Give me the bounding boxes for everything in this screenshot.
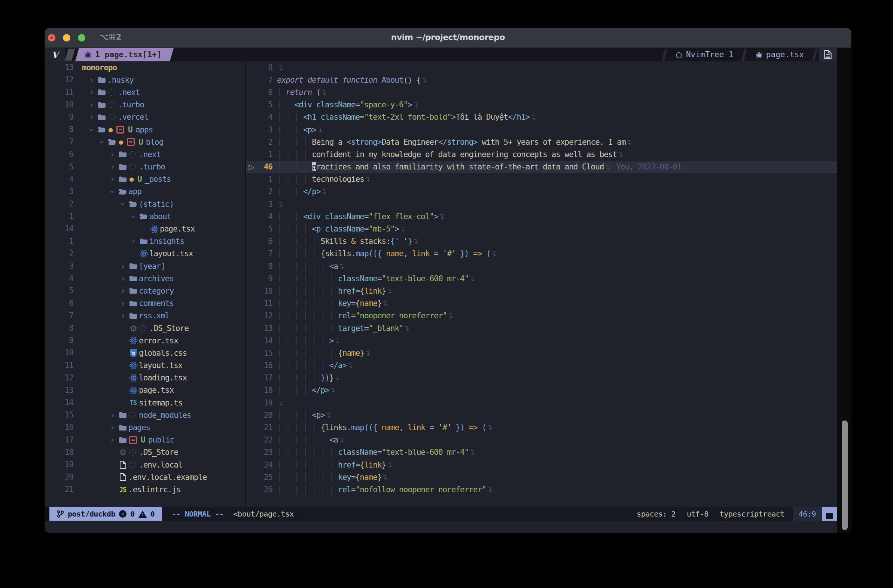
indent-guide: │ bbox=[277, 175, 286, 184]
tree-item[interactable]: 9error.tsx bbox=[45, 334, 245, 347]
tree-item-label: comments bbox=[139, 299, 174, 308]
code-line[interactable]: 21│ │ │ │ │ {links.map(({ name, link = '… bbox=[246, 421, 837, 434]
indent-guide: │ bbox=[303, 138, 312, 147]
line-number: 3 bbox=[256, 125, 272, 134]
indent-guide: │ bbox=[312, 311, 320, 320]
code-line[interactable]: 4│ │ │ <div className="flex flex-col">↴ bbox=[246, 210, 837, 222]
code-line[interactable]: 3│ │ │ <p>↴ bbox=[246, 123, 837, 136]
tree-item[interactable]: 12loading.tsx bbox=[45, 372, 245, 384]
tree-item[interactable]: 2layout.tsx bbox=[45, 248, 245, 260]
code-line[interactable]: 19↴ bbox=[246, 396, 837, 409]
indent-guide: │ bbox=[295, 460, 303, 470]
tree-item[interactable]: 14page.tsx bbox=[45, 222, 245, 235]
tree-item[interactable]: 13page.tsx bbox=[45, 384, 245, 396]
chevron-right-icon: › bbox=[86, 87, 96, 98]
code-line[interactable]: 5│ │ <div className="space-y-6">↴ bbox=[246, 99, 837, 111]
buffer-tab[interactable]: ◉ 1 page.tsx[1+] bbox=[75, 48, 174, 62]
tree-item[interactable]: 12›.husky bbox=[45, 74, 245, 86]
code-token: Being a bbox=[312, 138, 347, 147]
code-line[interactable]: 5│ │ │ │ <p className="mb-5">↴ bbox=[246, 222, 837, 235]
code-token: <strong> bbox=[347, 138, 381, 147]
tree-item[interactable]: 6›comments bbox=[45, 297, 245, 310]
tree-item[interactable]: 3›[year] bbox=[45, 260, 245, 272]
code-line[interactable]: 8│ │ │ │ │ │ <a↴ bbox=[246, 260, 837, 272]
code-line[interactable]: ▷46│ │ │ │ practices and also familiarit… bbox=[246, 161, 837, 173]
tree-item[interactable]: 21JS.eslintrc.js bbox=[45, 483, 245, 496]
code-line[interactable]: 22│ │ │ │ │ │ <a↴ bbox=[246, 434, 837, 446]
code-token: { bbox=[320, 423, 325, 432]
tree-item[interactable]: 1›insights bbox=[45, 235, 245, 248]
tree-item[interactable]: 19.env.local bbox=[45, 459, 245, 471]
indent-guide: │ bbox=[277, 88, 286, 97]
git-ignored-icon bbox=[129, 151, 136, 158]
code-line[interactable]: 9│ │ │ │ │ │ │ className="text-blue-600 … bbox=[246, 272, 837, 285]
tree-item[interactable]: 13monorepo bbox=[45, 62, 245, 74]
tree-item-label: about bbox=[149, 212, 171, 221]
tree-item[interactable]: 17›Upublic bbox=[45, 434, 245, 446]
tree-item[interactable]: 9›.vercel bbox=[45, 111, 245, 123]
code-token: "text-blue-600 mr-4" bbox=[382, 448, 469, 457]
code-line[interactable]: 7export default function About() {↴ bbox=[246, 74, 837, 86]
code-line[interactable]: 25│ │ │ │ │ │ │ key={name}↴ bbox=[246, 471, 837, 483]
code-line[interactable]: 18│ │ │ │ </p>↴ bbox=[246, 384, 837, 396]
code-line[interactable]: 7│ │ │ │ │ {skills.map(({ name, link = '… bbox=[246, 248, 837, 260]
tree-item[interactable]: 2›(static) bbox=[45, 198, 245, 210]
code-line[interactable]: 4│ │ │ <h1 className="text-2xl font-bold… bbox=[246, 111, 837, 123]
tree-item[interactable]: 10globals.css bbox=[45, 347, 245, 359]
code-line[interactable]: 1│ │ │ │ technologies↴ bbox=[246, 173, 837, 186]
tab-nvimtree[interactable]: ○ NvimTree_1 bbox=[669, 48, 741, 62]
tree-item[interactable]: 16›pages bbox=[45, 421, 245, 434]
tree-item[interactable]: 5›category bbox=[45, 285, 245, 297]
code-line[interactable]: 13│ │ │ │ │ │ │ target="_blank"↴ bbox=[246, 322, 837, 334]
tree-item[interactable]: 5›.turbo bbox=[45, 161, 245, 173]
code-line[interactable]: 20│ │ │ │ <p>↴ bbox=[246, 409, 837, 421]
eol-marker-icon: ↴ bbox=[364, 175, 371, 184]
code-line[interactable]: 23│ │ │ │ │ │ │ className="text-blue-600… bbox=[246, 446, 837, 459]
eol-marker-icon: ↴ bbox=[316, 125, 323, 134]
code-line[interactable]: 6│ │ │ │ │ Skills & stacks:{' '}↴ bbox=[246, 235, 837, 248]
tree-item[interactable]: 6›.next bbox=[45, 148, 245, 160]
tree-item[interactable]: 7›rss.xml bbox=[45, 310, 245, 322]
code-line[interactable]: 8↴ bbox=[246, 62, 837, 74]
code-line[interactable]: 14│ │ │ │ │ │ >↴ bbox=[246, 334, 837, 347]
code-line[interactable]: 2│ │ │ │ Being a <strong>Data Engineer</… bbox=[246, 136, 837, 148]
tab-pagetsx[interactable]: ◉ page.tsx bbox=[748, 48, 812, 62]
code-line[interactable]: 26│ │ │ │ │ │ │ rel="nofollow noopener n… bbox=[246, 483, 837, 496]
code-line[interactable]: 16│ │ │ │ │ │ </a>↴ bbox=[246, 360, 837, 372]
tree-item[interactable]: 8›●Uapps bbox=[45, 123, 245, 136]
command-line[interactable] bbox=[45, 520, 837, 532]
tree-item[interactable]: 15›node_modules bbox=[45, 409, 245, 421]
folder-icon bbox=[96, 76, 107, 83]
tree-item[interactable]: 7›●Ublog bbox=[45, 136, 245, 148]
tree-item[interactable]: 14TSsitemap.ts bbox=[45, 396, 245, 409]
code-line[interactable]: 6│ return (↴ bbox=[246, 86, 837, 98]
code-line[interactable]: 24│ │ │ │ │ │ │ href={link}↴ bbox=[246, 459, 837, 471]
tree-item[interactable]: 4›archives bbox=[45, 272, 245, 285]
code-line[interactable]: 10│ │ │ │ │ │ │ href={link}↴ bbox=[246, 285, 837, 297]
line-number: 4 bbox=[256, 112, 272, 122]
code-token: = bbox=[364, 212, 369, 221]
tree-item[interactable]: 20.env.local.example bbox=[45, 471, 245, 483]
tree-item[interactable]: 1›about bbox=[45, 210, 245, 222]
line-number: 4 bbox=[256, 212, 272, 221]
scrollbar-thumb[interactable] bbox=[842, 420, 848, 530]
code-token: ( bbox=[312, 88, 320, 97]
code-line[interactable]: 12│ │ │ │ │ │ │ rel="noopener noreferrer… bbox=[246, 310, 837, 322]
document-icon[interactable] bbox=[819, 48, 837, 62]
code-line[interactable]: 1│ │ │ │ confident in my knowledge of da… bbox=[246, 148, 837, 160]
vim-logo-icon: V bbox=[45, 48, 65, 62]
fold-marker-icon[interactable]: ▷ bbox=[246, 163, 256, 171]
code-line[interactable]: 15│ │ │ │ │ │ │ {name}↴ bbox=[246, 347, 837, 359]
tree-item[interactable]: 10›.turbo bbox=[45, 99, 245, 111]
tree-item[interactable]: 18⚙.DS_Store bbox=[45, 446, 245, 459]
code-line[interactable]: 11│ │ │ │ │ │ │ key={name}↴ bbox=[246, 297, 837, 310]
code-line[interactable]: 2│ │ │ </p>↴ bbox=[246, 186, 837, 198]
eol-marker-icon: ↴ bbox=[617, 150, 623, 159]
tree-item[interactable]: 11layout.tsx bbox=[45, 360, 245, 372]
tree-item[interactable]: 3›app bbox=[45, 186, 245, 198]
tree-item[interactable]: 4›●U_posts bbox=[45, 173, 245, 186]
code-line[interactable]: 3↴ bbox=[246, 198, 837, 210]
tree-item[interactable]: 11›.next bbox=[45, 86, 245, 98]
tree-item[interactable]: 8⚙.DS_Store bbox=[45, 322, 245, 334]
code-line[interactable]: 17│ │ │ │ │ ))}↴ bbox=[246, 372, 837, 384]
